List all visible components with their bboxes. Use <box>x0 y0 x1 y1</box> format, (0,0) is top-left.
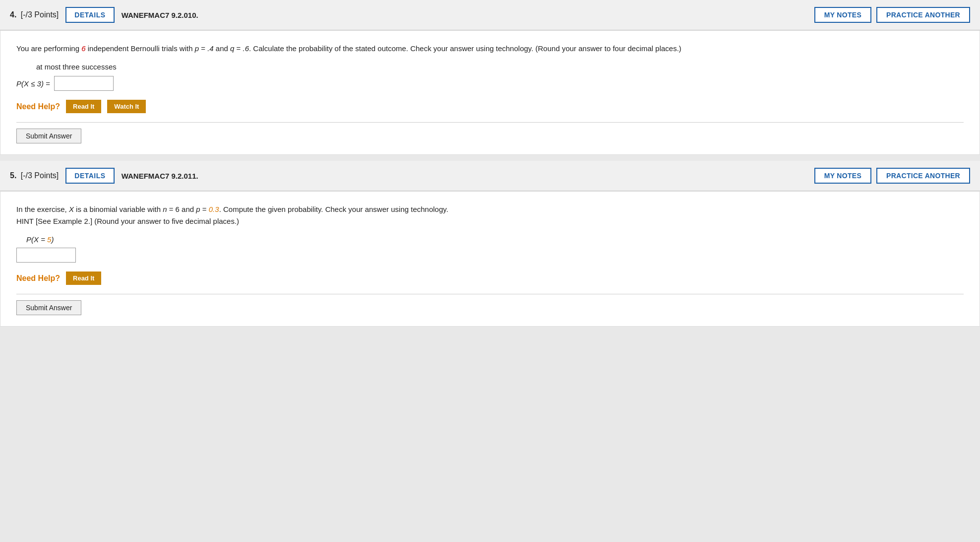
my-notes-button-4[interactable]: MY NOTES <box>814 7 871 23</box>
practice-another-button-5[interactable]: PRACTICE ANOTHER <box>876 168 970 184</box>
question-5-text: In the exercise, X is a binomial variabl… <box>16 203 964 227</box>
header-right-5: MY NOTES PRACTICE ANOTHER <box>814 168 970 184</box>
need-help-label-5: Need Help? <box>16 274 60 283</box>
question-4-text: You are performing 6 independent Bernoul… <box>16 43 964 55</box>
question-5-need-help: Need Help? Read It <box>16 271 964 285</box>
details-button-4[interactable]: DETAILS <box>65 7 114 23</box>
submit-button-4[interactable]: Submit Answer <box>16 129 81 143</box>
question-5-submit-row: Submit Answer <box>16 294 964 317</box>
question-4: 4. [-/3 Points] DETAILS WANEFMAC7 9.2.01… <box>0 0 980 155</box>
question-5-answer-input[interactable] <box>16 248 76 263</box>
question-id-4: WANEFMAC7 9.2.010. <box>122 11 807 19</box>
practice-another-button-4[interactable]: PRACTICE ANOTHER <box>876 7 970 23</box>
question-4-body: You are performing 6 independent Bernoul… <box>0 30 980 155</box>
question-4-need-help: Need Help? Read It Watch It <box>16 100 964 113</box>
my-notes-button-5[interactable]: MY NOTES <box>814 168 871 184</box>
details-button-5[interactable]: DETAILS <box>65 168 114 184</box>
question-5-sub: P(X = 5) <box>26 235 964 244</box>
watch-it-button-4[interactable]: Watch It <box>107 100 146 113</box>
question-4-header: 4. [-/3 Points] DETAILS WANEFMAC7 9.2.01… <box>0 0 980 30</box>
read-it-button-4[interactable]: Read It <box>66 100 101 113</box>
question-4-sub: at most three successes <box>36 63 964 71</box>
question-5-header: 5. [-/3 Points] DETAILS WANEFMAC7 9.2.01… <box>0 161 980 191</box>
question-5-number: 5. [-/3 Points] <box>10 171 59 180</box>
question-4-answer-input[interactable] <box>54 76 114 91</box>
question-5-body: In the exercise, X is a binomial variabl… <box>0 191 980 327</box>
question-id-5: WANEFMAC7 9.2.011. <box>122 172 807 180</box>
question-4-answer-label: P(X ≤ 3) = <box>16 79 50 88</box>
need-help-label-4: Need Help? <box>16 102 60 111</box>
question-4-number: 4. [-/3 Points] <box>10 10 59 19</box>
header-right-4: MY NOTES PRACTICE ANOTHER <box>814 7 970 23</box>
question-5: 5. [-/3 Points] DETAILS WANEFMAC7 9.2.01… <box>0 161 980 327</box>
read-it-button-5[interactable]: Read It <box>66 271 101 285</box>
question-5-answer-standalone <box>16 248 964 263</box>
submit-button-5[interactable]: Submit Answer <box>16 300 81 315</box>
question-4-answer-row: P(X ≤ 3) = <box>16 76 964 91</box>
question-4-submit-row: Submit Answer <box>16 122 964 145</box>
